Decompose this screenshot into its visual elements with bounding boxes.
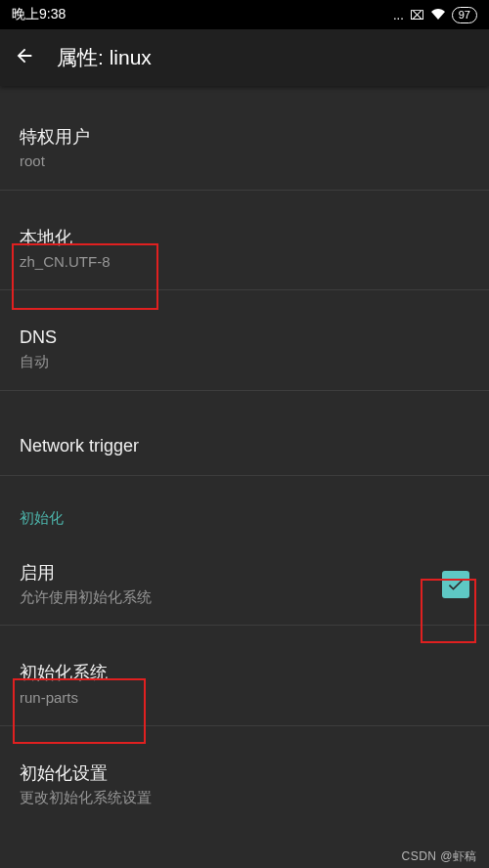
setting-sub: 自动: [20, 352, 469, 371]
status-bar: 晚上9:38 ... ⌧ 97: [0, 0, 489, 29]
setting-sub: 允许使用初始化系统: [20, 587, 152, 607]
setting-network-trigger[interactable]: Network trigger: [0, 391, 489, 476]
status-icons: ... ⌧ 97: [393, 7, 477, 23]
close-box-icon: ⌧: [410, 8, 424, 22]
setting-title: Network trigger: [20, 434, 469, 457]
setting-sub: zh_CN.UTF-8: [20, 252, 469, 272]
setting-dns[interactable]: DNS 自动: [0, 290, 489, 391]
setting-title: 初始化设置: [20, 761, 469, 785]
settings-list: 特权用户 root 本地化 zh_CN.UTF-8 DNS 自动 Network…: [0, 86, 489, 826]
setting-init-system[interactable]: 初始化系统 run-parts: [0, 626, 489, 726]
setting-title: 特权用户: [20, 125, 469, 149]
setting-localization[interactable]: 本地化 zh_CN.UTF-8: [0, 191, 489, 291]
setting-init-settings[interactable]: 初始化设置 更改初始化系统设置: [0, 726, 489, 826]
setting-title: 本地化: [20, 226, 469, 249]
section-header-init: 初始化: [0, 476, 489, 542]
watermark: CSDN @虾稿: [401, 848, 477, 865]
battery-badge: 97: [452, 7, 477, 23]
app-bar: 属性: linux: [0, 29, 489, 86]
setting-privileged-user[interactable]: 特权用户 root: [0, 90, 489, 191]
back-icon[interactable]: [14, 45, 35, 70]
status-time: 晚上9:38: [12, 6, 393, 23]
setting-title: DNS: [20, 326, 469, 349]
setting-sub: root: [20, 152, 469, 171]
setting-sub: 更改初始化系统设置: [20, 788, 469, 807]
setting-init-enable[interactable]: 启用 允许使用初始化系统: [0, 542, 489, 627]
check-icon: [446, 575, 466, 594]
wifi-icon: [430, 8, 446, 22]
setting-title: 初始化系统: [20, 661, 469, 684]
setting-sub: run-parts: [20, 688, 469, 708]
page-title: 属性: linux: [57, 44, 152, 71]
setting-title: 启用: [20, 561, 152, 585]
checkbox-init-enable[interactable]: [442, 571, 469, 598]
more-icon: ...: [393, 8, 404, 22]
